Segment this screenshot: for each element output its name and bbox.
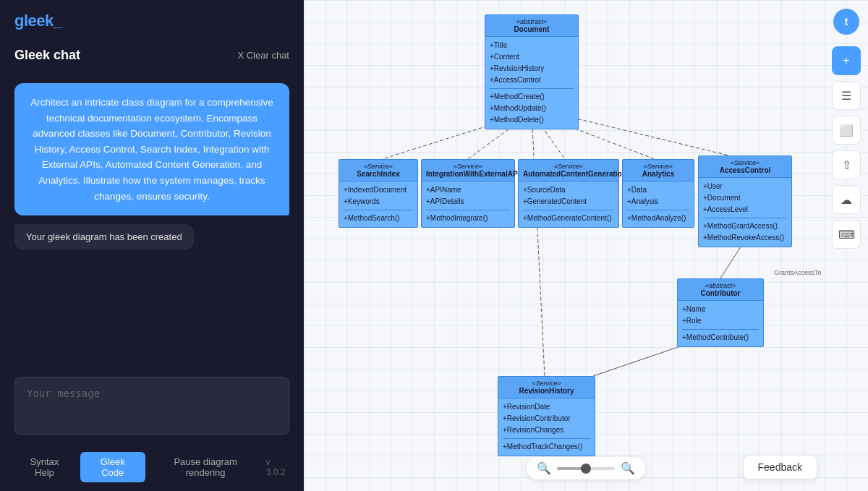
zoom-out-icon: 🔍 bbox=[537, 462, 551, 474]
system-message: Your gleek diagram has been created bbox=[14, 224, 194, 249]
svg-line-8 bbox=[532, 112, 545, 376]
table-view-button[interactable]: ☰ bbox=[832, 81, 861, 110]
diagram-panel: GrantsAccessTo «abstract» Document +Titl… bbox=[304, 0, 868, 491]
message-input[interactable] bbox=[14, 377, 289, 435]
chat-title: Gleek chat bbox=[14, 48, 80, 63]
diagram-canvas: GrantsAccessTo «abstract» Document +Titl… bbox=[304, 0, 825, 491]
cloud-icon: ☁ bbox=[841, 193, 852, 207]
logo-text: gleek bbox=[14, 12, 54, 30]
feedback-button[interactable]: Feedback bbox=[743, 455, 817, 479]
zoom-slider[interactable] bbox=[557, 467, 615, 470]
uml-box-revisionhistory: «Service» RevisionHistory +RevisionDate … bbox=[498, 376, 595, 456]
version-label: v 3.0.2 bbox=[266, 457, 289, 477]
uml-box-contributor: «abstract» Contributor +Name +Role +Meth… bbox=[677, 278, 764, 347]
chat-panel: gleek_ Gleek chat X Clear chat Architect… bbox=[0, 0, 304, 491]
logo-underscore: _ bbox=[54, 12, 62, 30]
uml-box-analytics: «Service» Analytics +Data +Analysis +Met… bbox=[622, 159, 694, 228]
zoom-in-button[interactable]: 🔍 bbox=[621, 461, 635, 475]
uml-box-automated: «Service» AutomatedContentGeneration +So… bbox=[518, 159, 619, 228]
chat-title-bar: Gleek chat X Clear chat bbox=[0, 42, 304, 72]
image-export-button[interactable]: ⬜ bbox=[832, 116, 861, 145]
svg-line-5 bbox=[720, 242, 744, 278]
terminal-button[interactable]: ⌨ bbox=[832, 220, 861, 249]
user-message: Architect an intricate class diagram for… bbox=[14, 83, 289, 215]
clear-chat-button[interactable]: X Clear chat bbox=[237, 50, 289, 61]
uml-box-integration: «Service» IntegrationWithExternalAPIs +A… bbox=[421, 159, 515, 228]
messages-area: Architect an intricate class diagram for… bbox=[0, 72, 304, 368]
svg-text:GrantsAccessTo: GrantsAccessTo bbox=[774, 269, 822, 276]
terminal-icon: ⌨ bbox=[838, 228, 855, 242]
uml-box-searchindex: «Service» SearchIndex +IndexedDocument +… bbox=[339, 159, 418, 228]
input-area bbox=[0, 368, 304, 446]
header: gleek_ bbox=[0, 0, 304, 42]
pause-rendering-button[interactable]: Pause diagram rendering bbox=[151, 452, 260, 482]
zoom-out-button[interactable]: 🔍 bbox=[537, 461, 551, 475]
add-diagram-button[interactable]: + bbox=[832, 46, 861, 75]
gleek-code-button[interactable]: Gleek Code bbox=[80, 452, 145, 482]
zoom-in-icon: 🔍 bbox=[621, 462, 635, 474]
svg-line-4 bbox=[550, 112, 744, 159]
share-icon: ⇧ bbox=[842, 158, 851, 172]
logo: gleek_ bbox=[14, 12, 62, 30]
avatar: t bbox=[833, 9, 859, 35]
cloud-save-button[interactable]: ☁ bbox=[832, 185, 861, 214]
uml-box-document: «abstract» Document +Title +Content +Rev… bbox=[485, 14, 579, 129]
plus-icon: + bbox=[843, 54, 849, 67]
bottom-bar: Syntax Help Gleek Code Pause diagram ren… bbox=[0, 446, 304, 491]
syntax-help-button[interactable]: Syntax Help bbox=[14, 452, 75, 482]
diagram-toolbar: t + ☰ ⬜ ⇧ ☁ ⌨ bbox=[825, 0, 868, 491]
uml-box-accesscontrol: «Service» AccessControl +User +Document … bbox=[698, 155, 792, 247]
zoom-bar: 🔍 🔍 bbox=[527, 457, 645, 479]
table-icon: ☰ bbox=[841, 89, 851, 103]
zoom-slider-thumb bbox=[581, 464, 591, 474]
share-button[interactable]: ⇧ bbox=[832, 150, 861, 179]
image-icon: ⬜ bbox=[839, 124, 854, 137]
